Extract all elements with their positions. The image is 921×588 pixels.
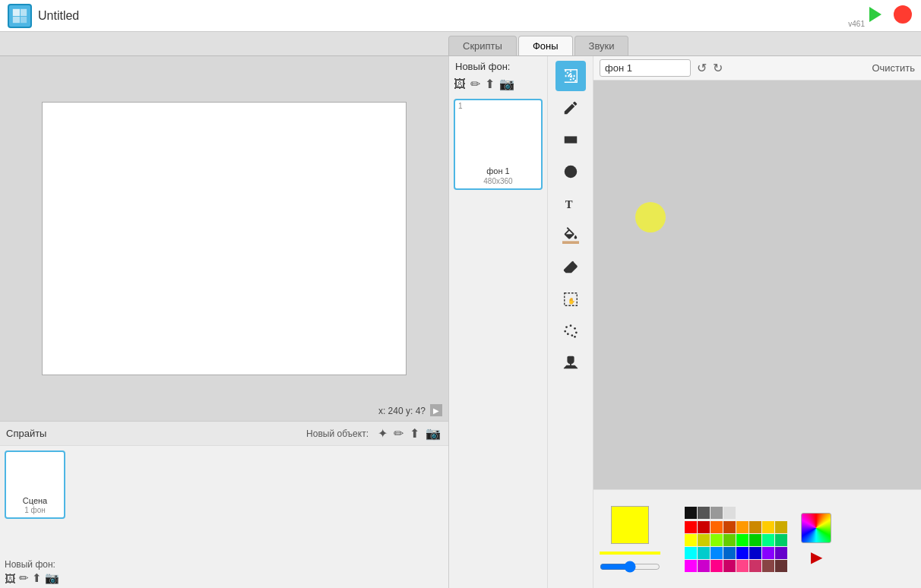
color-r6[interactable] bbox=[749, 521, 761, 533]
sprites-title: Спрайты bbox=[6, 428, 299, 439]
color-r1[interactable] bbox=[685, 521, 697, 533]
color-b4[interactable] bbox=[723, 547, 736, 559]
svg-point-7 bbox=[564, 166, 577, 179]
color-b8[interactable] bbox=[775, 547, 787, 559]
color-r8[interactable] bbox=[775, 521, 787, 533]
svg-point-11 bbox=[565, 326, 568, 328]
svg-rect-1 bbox=[21, 8, 27, 15]
ellipse-tool-button[interactable] bbox=[555, 156, 586, 187]
editor-container: Новый фон: 🖼 ✏ ⬆ 📷 1 фон 1 480x360 bbox=[449, 56, 921, 588]
select-tool-button[interactable]: ✋ bbox=[555, 284, 586, 315]
color-r4[interactable] bbox=[723, 521, 736, 533]
selected-color-swatch[interactable] bbox=[611, 506, 649, 544]
color-arrow-button[interactable]: ▶ bbox=[811, 548, 822, 566]
bg-paint-button[interactable]: ✏ bbox=[470, 77, 480, 91]
rainbow-button[interactable] bbox=[801, 513, 831, 543]
color-g6[interactable] bbox=[749, 534, 761, 546]
color-p4[interactable] bbox=[723, 560, 736, 572]
color-p5[interactable] bbox=[736, 560, 749, 572]
bg-item-preview bbox=[455, 112, 541, 165]
color-r3[interactable] bbox=[711, 521, 723, 533]
color-b6[interactable] bbox=[749, 547, 761, 559]
color-b2[interactable] bbox=[698, 547, 710, 559]
color-p2[interactable] bbox=[698, 560, 710, 572]
new-backdrop-tools: 🖼 ✏ ⬆ 📷 bbox=[5, 571, 444, 585]
tab-scripts[interactable]: Скрипты bbox=[448, 36, 517, 55]
backdrop-name-input[interactable] bbox=[600, 59, 691, 77]
bg-list: Новый фон: 🖼 ✏ ⬆ 📷 1 фон 1 480x360 bbox=[449, 56, 548, 588]
color-p8[interactable] bbox=[775, 560, 787, 572]
backdrop-image-button[interactable]: 🖼 bbox=[5, 571, 16, 585]
undo-button[interactable]: ↺ bbox=[697, 61, 707, 75]
color-g2[interactable] bbox=[698, 534, 710, 546]
color-line bbox=[600, 552, 660, 555]
palette-row-1 bbox=[685, 507, 787, 519]
stage-expand-button[interactable]: ▶ bbox=[430, 404, 442, 416]
bg-image-button[interactable]: 🖼 bbox=[454, 77, 466, 91]
color-r2[interactable] bbox=[698, 521, 710, 533]
tabs-bar: Скрипты Фоны Звуки bbox=[0, 32, 921, 56]
extras: ▶ bbox=[801, 513, 831, 566]
color-b5[interactable] bbox=[736, 547, 749, 559]
bg-camera-button[interactable]: 📷 bbox=[499, 77, 514, 91]
color-g4[interactable] bbox=[723, 534, 736, 546]
color-r5[interactable] bbox=[736, 521, 749, 533]
paint-canvas-area: ↺ ↻ Очистить bbox=[593, 56, 921, 588]
palette-row-3 bbox=[685, 534, 787, 546]
app-title: Untitled bbox=[38, 9, 845, 23]
svg-point-12 bbox=[569, 324, 571, 327]
flag-button[interactable] bbox=[865, 4, 886, 27]
sprite-edit-button[interactable]: ✏ bbox=[392, 425, 405, 442]
tab-backgrounds[interactable]: Фоны bbox=[518, 36, 573, 55]
palette-main bbox=[685, 521, 787, 572]
color-b1[interactable] bbox=[685, 547, 697, 559]
color-dark1[interactable] bbox=[698, 507, 710, 519]
paint-canvas[interactable] bbox=[593, 81, 921, 489]
bg-item-1[interactable]: 1 фон 1 480x360 bbox=[454, 99, 543, 190]
color-g7[interactable] bbox=[762, 534, 774, 546]
color-g1[interactable] bbox=[685, 534, 697, 546]
pencil-tool-button[interactable] bbox=[555, 93, 586, 123]
eraser-tool-button[interactable] bbox=[555, 252, 586, 283]
color-p6[interactable] bbox=[749, 560, 761, 572]
color-g5[interactable] bbox=[736, 534, 749, 546]
backdrop-camera-button[interactable]: 📷 bbox=[45, 571, 59, 585]
backdrop-upload-button[interactable]: ⬆ bbox=[32, 571, 42, 585]
fill-tool-button[interactable] bbox=[555, 220, 586, 251]
color-g8[interactable] bbox=[775, 534, 787, 546]
clear-button[interactable]: Очистить bbox=[872, 62, 915, 74]
sprite-preview bbox=[8, 452, 62, 496]
color-light1[interactable] bbox=[723, 507, 736, 519]
sprite-item-scene[interactable]: Сцена 1 фон bbox=[5, 450, 65, 519]
sprite-sub: 1 фон bbox=[23, 506, 47, 514]
backdrop-paint-button[interactable]: ✏ bbox=[19, 571, 29, 585]
color-dark2[interactable] bbox=[711, 507, 723, 519]
sprites-tools: ✦ ✏ ⬆ 📷 bbox=[376, 425, 442, 442]
color-b7[interactable] bbox=[762, 547, 774, 559]
stamp-tool-button[interactable] bbox=[555, 348, 586, 378]
rect-tool-button[interactable] bbox=[555, 125, 586, 155]
color-slider[interactable] bbox=[600, 561, 660, 573]
vector-tool-button[interactable] bbox=[555, 61, 586, 91]
color-p3[interactable] bbox=[711, 560, 723, 572]
palette-row-4 bbox=[685, 547, 787, 559]
color-b3[interactable] bbox=[711, 547, 723, 559]
sprite-upload-button[interactable]: ⬆ bbox=[408, 425, 421, 442]
bg-upload-button[interactable]: ⬆ bbox=[485, 77, 495, 91]
sprite-camera-button[interactable]: 📷 bbox=[424, 425, 442, 442]
sprites-content: Сцена 1 фон bbox=[0, 446, 448, 556]
new-backdrop-section: Новый фон: 🖼 ✏ ⬆ 📷 bbox=[0, 556, 448, 588]
redo-button[interactable]: ↻ bbox=[713, 61, 723, 75]
stop-button[interactable] bbox=[892, 4, 913, 27]
color-palette-bar: ▶ bbox=[593, 489, 921, 588]
color-p1[interactable] bbox=[685, 560, 697, 572]
paint-toolbar: ↺ ↻ Очистить bbox=[593, 56, 921, 81]
color-r7[interactable] bbox=[762, 521, 774, 533]
tab-sounds[interactable]: Звуки bbox=[574, 36, 629, 55]
color-g3[interactable] bbox=[711, 534, 723, 546]
sprite-paint-button[interactable]: ✦ bbox=[376, 425, 389, 442]
color-black[interactable] bbox=[685, 507, 697, 519]
magic-select-button[interactable] bbox=[555, 316, 586, 346]
color-p7[interactable] bbox=[762, 560, 774, 572]
text-tool-button[interactable]: T bbox=[555, 188, 586, 219]
